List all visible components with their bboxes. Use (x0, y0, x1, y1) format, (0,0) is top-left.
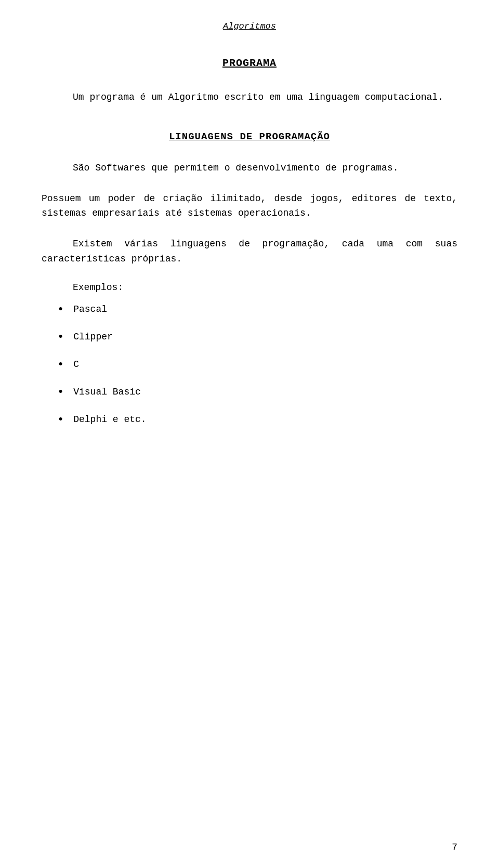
list-item-text: C (73, 359, 79, 370)
list-item-text: Pascal (73, 304, 107, 314)
list-item: Visual Basic (42, 386, 457, 399)
list-item: Clipper (42, 331, 457, 344)
page-container: Algoritmos PROGRAMA Um programa é um Alg… (0, 0, 499, 868)
list-item-text: Clipper (73, 332, 113, 342)
linguagens-paragraph1: São Softwares que permitem o desenvolvim… (42, 161, 457, 176)
exemplos-label: Exemplos: (73, 282, 457, 293)
linguagens-paragraph2: Possuem um poder de criação ilimitado, d… (42, 191, 457, 221)
list-item: Delphi e etc. (42, 413, 457, 426)
language-list: Pascal Clipper C Visual Basic Delphi e e… (42, 303, 457, 426)
list-item: C (42, 358, 457, 371)
list-section: Exemplos: Pascal Clipper C Visual Basic … (42, 282, 457, 426)
list-item-text: Visual Basic (73, 387, 141, 397)
programa-intro: Um programa é um Algoritmo escrito em um… (42, 90, 457, 105)
programa-title: PROGRAMA (42, 57, 457, 69)
list-item-text: Delphi e etc. (73, 414, 146, 425)
linguagens-section: LINGUAGENS DE PROGRAMAÇÃO São Softwares … (42, 131, 457, 426)
page-header: Algoritmos (42, 21, 457, 31)
linguagens-paragraph3: Existem várias linguagens de programação… (42, 236, 457, 267)
linguagens-title: LINGUAGENS DE PROGRAMAÇÃO (42, 131, 457, 142)
list-item: Pascal (42, 303, 457, 316)
programa-section: PROGRAMA Um programa é um Algoritmo escr… (42, 57, 457, 105)
page-header-title: Algoritmos (223, 21, 276, 31)
page-number: 7 (452, 842, 457, 852)
